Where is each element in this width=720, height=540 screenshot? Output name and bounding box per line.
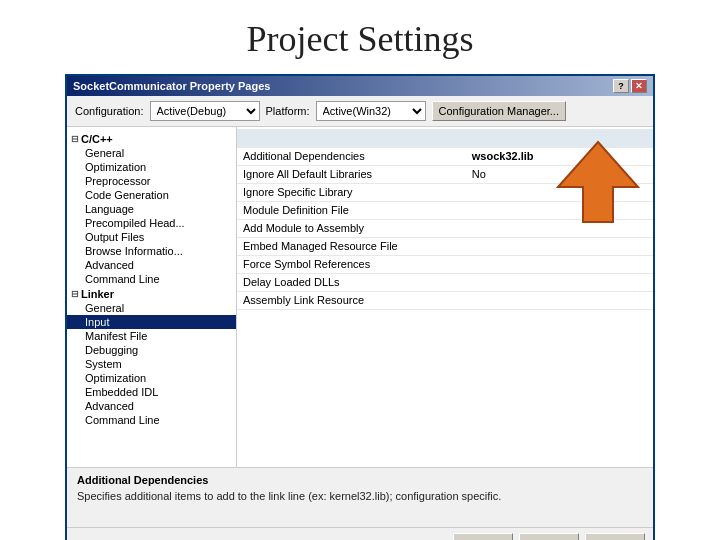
dialog-body: ⊟ C/C++ General Optimization Preprocesso… <box>67 127 653 467</box>
props-table: Additional Dependencies wsock32.lib Igno… <box>237 129 653 310</box>
dialog-title: SocketCommunicator Property Pages <box>73 80 270 92</box>
tree-item-linker-cmdline[interactable]: Command Line <box>67 413 236 427</box>
tree-panel: ⊟ C/C++ General Optimization Preprocesso… <box>67 127 237 467</box>
props-header <box>237 129 653 147</box>
tree-item-linker-system[interactable]: System <box>67 357 236 371</box>
cancel-button[interactable]: Cancel <box>519 533 579 540</box>
tree-item-linker-idl[interactable]: Embedded IDL <box>67 385 236 399</box>
config-select[interactable]: Active(Debug) <box>150 101 260 121</box>
prop-value-force-symbol[interactable] <box>466 255 653 273</box>
page-title: Project Settings <box>0 0 720 74</box>
prop-label-add-module: Add Module to Assembly <box>237 219 466 237</box>
tree-item-linker-manifest[interactable]: Manifest File <box>67 329 236 343</box>
prop-label-additional-deps: Additional Dependencies <box>237 147 466 165</box>
ok-button[interactable]: OK <box>453 533 513 540</box>
prop-value-additional-deps[interactable]: wsock32.lib <box>466 147 653 165</box>
tree-item-cpp-output[interactable]: Output Files <box>67 230 236 244</box>
tree-item-linker-advanced[interactable]: Advanced <box>67 399 236 413</box>
prop-label-ignore-specific: Ignore Specific Library <box>237 183 466 201</box>
platform-label: Platform: <box>266 105 310 117</box>
prop-value-module-def[interactable] <box>466 201 653 219</box>
prop-value-assembly-link[interactable] <box>466 291 653 309</box>
cpp-group-label: C/C++ <box>81 133 113 145</box>
property-pages-dialog: SocketCommunicator Property Pages ? ✕ Co… <box>65 74 655 540</box>
linker-group: ⊟ Linker <box>67 286 236 301</box>
props-panel: Additional Dependencies wsock32.lib Igno… <box>237 127 653 467</box>
table-row: Additional Dependencies wsock32.lib <box>237 147 653 165</box>
prop-label-assembly-link: Assembly Link Resource <box>237 291 466 309</box>
cpp-group: ⊟ C/C++ <box>67 131 236 146</box>
linker-expander[interactable]: ⊟ <box>71 289 79 299</box>
tree-item-linker-opt[interactable]: Optimization <box>67 371 236 385</box>
config-manager-button[interactable]: Configuration Manager... <box>432 101 566 121</box>
tree-item-cpp-pch[interactable]: Precompiled Head... <box>67 216 236 230</box>
tree-item-linker-input[interactable]: Input <box>67 315 236 329</box>
tree-item-cpp-browse[interactable]: Browse Informatio... <box>67 244 236 258</box>
prop-value-delay-loaded[interactable] <box>466 273 653 291</box>
table-row: Embed Managed Resource File <box>237 237 653 255</box>
table-row: Force Symbol References <box>237 255 653 273</box>
linker-group-label: Linker <box>81 288 114 300</box>
config-bar: Configuration: Active(Debug) Platform: A… <box>67 96 653 127</box>
apply-button[interactable]: Apply <box>585 533 645 540</box>
prop-label-embed-resource: Embed Managed Resource File <box>237 237 466 255</box>
info-title: Additional Dependencies <box>77 474 643 486</box>
table-row: Ignore Specific Library <box>237 183 653 201</box>
tree-item-cpp-language[interactable]: Language <box>67 202 236 216</box>
table-row: Delay Loaded DLLs <box>237 273 653 291</box>
prop-value-add-module[interactable] <box>466 219 653 237</box>
table-row: Add Module to Assembly <box>237 219 653 237</box>
tree-item-linker-debug[interactable]: Debugging <box>67 343 236 357</box>
tree-item-linker-general[interactable]: General <box>67 301 236 315</box>
info-description: Specifies additional items to add to the… <box>77 489 643 504</box>
tree-item-cpp-preprocessor[interactable]: Preprocessor <box>67 174 236 188</box>
prop-value-ignore-specific[interactable] <box>466 183 653 201</box>
help-button[interactable]: ? <box>613 79 629 93</box>
tree-item-cpp-general[interactable]: General <box>67 146 236 160</box>
dialog-titlebar: SocketCommunicator Property Pages ? ✕ <box>67 76 653 96</box>
tree-item-cpp-cmdline[interactable]: Command Line <box>67 272 236 286</box>
cpp-expander[interactable]: ⊟ <box>71 134 79 144</box>
dialog-title-buttons: ? ✕ <box>613 79 647 93</box>
close-button[interactable]: ✕ <box>631 79 647 93</box>
table-row: Assembly Link Resource <box>237 291 653 309</box>
dialog-footer: OK Cancel Apply <box>67 527 653 540</box>
table-row: Module Definition File <box>237 201 653 219</box>
prop-label-ignore-default: Ignore All Default Libraries <box>237 165 466 183</box>
tree-item-cpp-advanced[interactable]: Advanced <box>67 258 236 272</box>
tree-item-cpp-optimization[interactable]: Optimization <box>67 160 236 174</box>
tree-item-cpp-codegen[interactable]: Code Generation <box>67 188 236 202</box>
config-label: Configuration: <box>75 105 144 117</box>
prop-value-embed-resource[interactable] <box>466 237 653 255</box>
prop-value-ignore-default[interactable]: No <box>466 165 653 183</box>
platform-select[interactable]: Active(Win32) <box>316 101 426 121</box>
prop-label-delay-loaded: Delay Loaded DLLs <box>237 273 466 291</box>
table-row: Ignore All Default Libraries No <box>237 165 653 183</box>
info-bar: Additional Dependencies Specifies additi… <box>67 467 653 527</box>
prop-label-module-def: Module Definition File <box>237 201 466 219</box>
prop-label-force-symbol: Force Symbol References <box>237 255 466 273</box>
